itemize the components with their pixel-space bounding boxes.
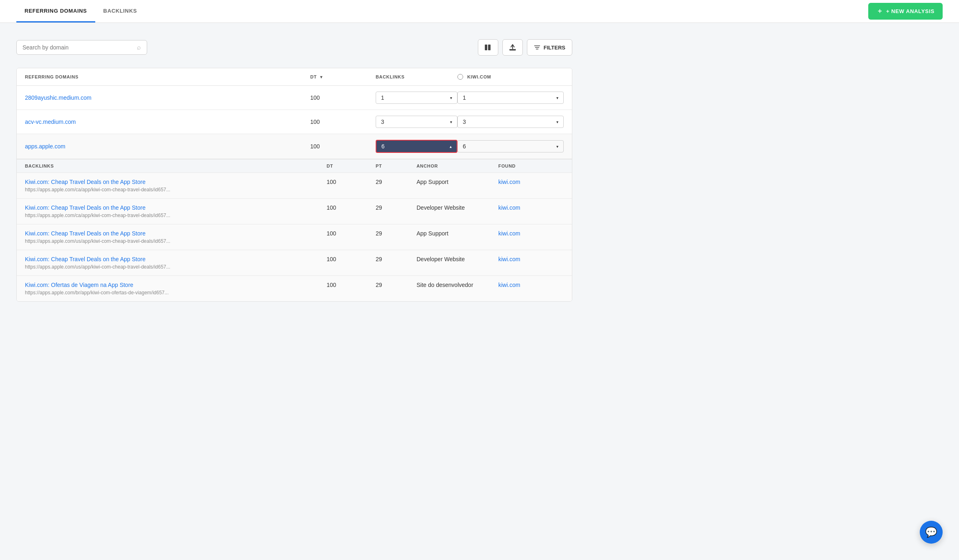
backlink-title-link[interactable]: Kiwi.com: Cheap Travel Deals on the App … [25,256,327,262]
col-header-dt[interactable]: DT ▼ [310,74,376,79]
chevron-down-icon: ▾ [556,144,558,149]
col-header-kiwi: KIWI.COM [457,74,564,80]
list-item: Kiwi.com: Cheap Travel Deals on the App … [17,224,572,250]
sort-down-icon: ▼ [319,75,324,79]
top-navigation: REFERRING DOMAINS BACKLINKS ＋ + NEW ANAL… [0,0,959,23]
sub-anchor-cell: App Support [417,230,498,237]
kiwi-cell: 3 ▾ [457,116,564,128]
main-content: ⌕ FIL [0,23,589,318]
backlink-url-link[interactable]: https://apps.apple.com/ca/app/kiwi-com-c… [25,187,170,193]
sub-col-pt: PT [376,164,417,168]
found-link[interactable]: kiwi.com [498,282,520,288]
sub-anchor-cell: App Support [417,179,498,185]
sub-pt-cell: 29 [376,230,417,237]
chevron-down-icon: ▾ [556,96,558,100]
svg-rect-1 [488,45,491,50]
tab-referring-domains[interactable]: REFERRING DOMAINS [16,0,95,22]
dt-cell: 100 [310,94,376,101]
backlink-url-link[interactable]: https://apps.apple.com/br/app/kiwi-com-o… [25,290,169,296]
filters-button[interactable]: FILTERS [527,39,572,56]
list-item: Kiwi.com: Cheap Travel Deals on the App … [17,173,572,199]
domain-cell: 2809ayushic.medium.com [25,94,310,101]
backlink-title-link[interactable]: Kiwi.com: Cheap Travel Deals on the App … [25,204,327,211]
main-table: REFERRING DOMAINS DT ▼ BACKLINKS KIWI.CO… [16,68,572,302]
table-row: acv-vc.medium.com 100 3 ▾ 3 ▾ [17,110,572,134]
sub-anchor-cell: Site do desenvolvedor [417,282,498,288]
backlink-url-link[interactable]: https://apps.apple.com/ca/app/kiwi-com-c… [25,213,170,218]
found-link[interactable]: kiwi.com [498,230,520,237]
domain-link[interactable]: 2809ayushic.medium.com [25,94,92,101]
sub-dt-cell: 100 [327,179,376,185]
backlink-title-cell: Kiwi.com: Cheap Travel Deals on the App … [25,204,327,218]
backlink-title-cell: Kiwi.com: Cheap Travel Deals on the App … [25,256,327,270]
toolbar: ⌕ FIL [16,39,572,56]
backlink-url-link[interactable]: https://apps.apple.com/us/app/kiwi-com-c… [25,238,170,244]
sub-pt-cell: 29 [376,204,417,211]
kiwi-cell: 1 ▾ [457,92,564,104]
sub-dt-cell: 100 [327,230,376,237]
domain-cell: acv-vc.medium.com [25,119,310,125]
backlink-title-link[interactable]: Kiwi.com: Cheap Travel Deals on the App … [25,179,327,185]
kiwi-dropdown-btn[interactable]: 6 ▾ [457,140,564,152]
list-item: Kiwi.com: Cheap Travel Deals on the App … [17,250,572,276]
sub-found-cell: kiwi.com [498,179,564,185]
backlinks-cell: 6 ▴ [376,140,457,153]
backlink-title-cell: Kiwi.com: Cheap Travel Deals on the App … [25,179,327,193]
table-row: 2809ayushic.medium.com 100 1 ▾ 1 ▾ [17,86,572,110]
found-link[interactable]: kiwi.com [498,179,520,185]
columns-icon [484,43,492,52]
export-button[interactable] [502,39,523,56]
svg-rect-0 [485,45,487,50]
domain-link[interactable]: apps.apple.com [25,143,65,150]
sub-found-cell: kiwi.com [498,282,564,288]
filter-icon [534,44,540,51]
new-analysis-button[interactable]: ＋ + NEW ANALYSIS [868,3,943,20]
sub-found-cell: kiwi.com [498,204,564,211]
plus-icon: ＋ [876,7,883,16]
chevron-down-icon: ▾ [450,96,452,100]
sub-col-dt: DT [327,164,376,168]
found-link[interactable]: kiwi.com [498,256,520,262]
sub-dt-cell: 100 [327,204,376,211]
chevron-down-icon: ▾ [450,120,452,124]
chevron-down-icon: ▾ [556,120,558,124]
backlink-url-link[interactable]: https://apps.apple.com/us/app/kiwi-com-c… [25,264,170,270]
kiwi-dropdown-btn[interactable]: 3 ▾ [457,116,564,128]
toolbar-right: FILTERS [478,39,572,56]
sub-col-backlinks: BACKLINKS [25,164,327,168]
tab-backlinks[interactable]: BACKLINKS [95,0,145,22]
domain-link[interactable]: acv-vc.medium.com [25,119,76,125]
backlinks-dropdown-btn[interactable]: 3 ▾ [376,116,457,128]
search-icon: ⌕ [137,44,141,51]
backlink-title-link[interactable]: Kiwi.com: Cheap Travel Deals on the App … [25,230,327,237]
sub-pt-cell: 29 [376,282,417,288]
sub-dt-cell: 100 [327,256,376,262]
found-link[interactable]: kiwi.com [498,204,520,211]
kiwi-dropdown-btn[interactable]: 1 ▾ [457,92,564,104]
search-box[interactable]: ⌕ [16,40,147,55]
kiwi-cell: 6 ▾ [457,140,564,152]
columns-toggle-button[interactable] [478,39,498,56]
sub-col-anchor: ANCHOR [417,164,498,168]
list-item: Kiwi.com: Ofertas de Viagem na App Store… [17,276,572,301]
backlinks-cell: 3 ▾ [376,116,457,128]
sub-col-found: FOUND [498,164,564,168]
list-item: Kiwi.com: Cheap Travel Deals on the App … [17,199,572,224]
chevron-up-icon: ▴ [450,144,452,149]
backlink-title-link[interactable]: Kiwi.com: Ofertas de Viagem na App Store [25,282,327,288]
globe-icon [457,74,463,80]
backlinks-dropdown-btn[interactable]: 1 ▾ [376,92,457,104]
nav-tabs: REFERRING DOMAINS BACKLINKS [16,0,145,22]
backlink-title-cell: Kiwi.com: Cheap Travel Deals on the App … [25,230,327,244]
backlinks-expanded-btn[interactable]: 6 ▴ [376,140,457,153]
search-input[interactable] [22,44,134,51]
table-row: apps.apple.com 100 6 ▴ 6 ▾ [17,134,572,159]
sub-pt-cell: 29 [376,256,417,262]
table-header: REFERRING DOMAINS DT ▼ BACKLINKS KIWI.CO… [17,68,572,86]
sub-dt-cell: 100 [327,282,376,288]
col-header-backlinks: BACKLINKS [376,74,457,79]
export-icon [509,43,517,52]
col-header-referring-domains: REFERRING DOMAINS [25,74,310,79]
sub-found-cell: kiwi.com [498,230,564,237]
domain-cell: apps.apple.com [25,143,310,150]
